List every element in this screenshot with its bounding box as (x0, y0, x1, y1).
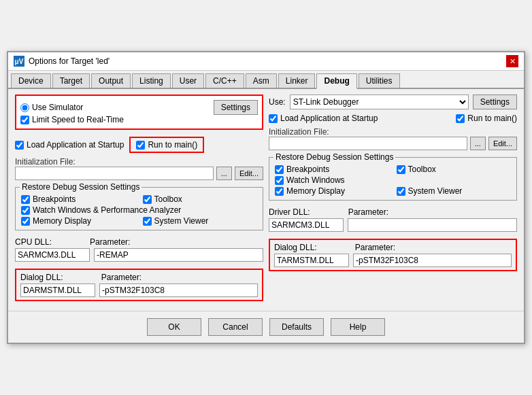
right-init-input[interactable] (269, 137, 467, 150)
left-watch-perf-row[interactable]: Watch Windows & Performance Analyzer (21, 205, 257, 215)
left-memory-label: Memory Display (33, 216, 91, 226)
right-init-section: Initialization File: ... Edit... (269, 127, 517, 150)
left-toolbox-row[interactable]: Toolbox (143, 194, 258, 204)
right-memory-label: Memory Display (286, 186, 345, 196)
left-dialog-param-label: Parameter: (101, 273, 142, 282)
right-restore-group-label: Restore Debug Session Settings (273, 152, 395, 162)
tab-listing[interactable]: Listing (132, 73, 171, 88)
left-init-file-row: ... Edit... (15, 167, 263, 180)
right-toolbox-label: Toolbox (408, 165, 436, 174)
right-driver-dll-label: Driver DLL: (269, 207, 310, 217)
main-content: Use Simulator Settings Limit Speed to Re… (8, 89, 524, 307)
right-load-app-label[interactable]: Load Application at Startup (269, 114, 378, 123)
left-cpu-dll-input[interactable] (15, 248, 90, 262)
left-breakpoints-checkbox[interactable] (21, 195, 30, 204)
right-watch-label: Watch Windows (286, 175, 345, 185)
left-cpu-param-label: Parameter: (90, 237, 130, 247)
close-button[interactable]: ✕ (506, 55, 518, 67)
left-init-section: Initialization File: ... Edit... (15, 157, 263, 180)
right-load-app-text: Load Application at Startup (280, 114, 378, 123)
right-breakpoints-row[interactable]: Breakpoints (275, 165, 390, 174)
right-group-content: Breakpoints Toolbox Watch Windows M (275, 165, 511, 196)
right-dialog-param-input[interactable] (353, 254, 512, 267)
left-load-app-label[interactable]: Load Application at Startup (15, 140, 124, 150)
right-sysviewer-checkbox[interactable] (397, 187, 405, 196)
help-button[interactable]: Help (331, 318, 385, 336)
right-sysviewer-row[interactable]: System Viewer (397, 186, 512, 196)
right-driver-dll-label-row: Driver DLL: Parameter: (269, 207, 517, 217)
right-settings-button[interactable]: Settings (473, 95, 517, 109)
limit-speed-row: Limit Speed to Real-Time (20, 115, 258, 124)
main-window: μV Options for Target 'led' ✕ Device Tar… (7, 51, 525, 344)
tab-utilities[interactable]: Utilities (359, 73, 400, 88)
use-simulator-radio[interactable] (20, 103, 29, 112)
left-dialog-dll-input[interactable] (20, 284, 95, 297)
right-breakpoints-checkbox[interactable] (275, 165, 284, 174)
tab-asm[interactable]: Asm (246, 73, 277, 88)
left-cpu-dll-row (15, 248, 263, 262)
app-icon: μV (14, 56, 24, 67)
right-debugger-select[interactable]: ST-Link Debugger (290, 95, 469, 109)
right-watch-row[interactable]: Watch Windows (275, 175, 511, 185)
left-dialog-dll-label-row: Dialog DLL: Parameter: (20, 273, 258, 282)
left-settings-button[interactable]: Settings (214, 100, 258, 115)
left-restore-group: Restore Debug Session Settings Breakpoin… (15, 187, 263, 230)
right-driver-param-label: Parameter: (348, 207, 388, 217)
right-run-main-checkbox[interactable] (456, 114, 465, 123)
use-simulator-label: Use Simulator (32, 103, 83, 112)
left-sysviewer-row[interactable]: System Viewer (143, 216, 258, 226)
tab-debug[interactable]: Debug (316, 73, 356, 89)
left-browse-button[interactable]: ... (216, 167, 232, 180)
tab-device[interactable]: Device (11, 73, 51, 88)
left-load-app-checkbox[interactable] (15, 141, 24, 150)
right-use-label: Use: (269, 97, 286, 107)
defaults-button[interactable]: Defaults (269, 318, 324, 336)
tab-output[interactable]: Output (91, 73, 131, 88)
right-edit-button[interactable]: Edit... (488, 137, 517, 150)
left-toolbox-checkbox[interactable] (143, 195, 152, 204)
limit-speed-checkbox[interactable] (20, 116, 29, 124)
left-sysviewer-label: System Viewer (154, 216, 209, 226)
left-cpu-dll-section: CPU DLL: Parameter: (15, 237, 263, 262)
right-watch-checkbox[interactable] (275, 176, 284, 185)
right-use-row: Use: ST-Link Debugger Settings (269, 95, 517, 109)
left-dialog-dll-section: Dialog DLL: Parameter: (15, 269, 263, 301)
left-init-input[interactable] (15, 167, 214, 180)
right-load-row: Load Application at Startup Run to main(… (269, 114, 517, 123)
right-init-file-row: ... Edit... (269, 137, 517, 150)
right-memory-checkbox[interactable] (275, 187, 284, 196)
right-driver-dll-input[interactable] (269, 218, 344, 232)
left-breakpoints-row[interactable]: Breakpoints (21, 194, 136, 204)
left-sysviewer-checkbox[interactable] (143, 217, 152, 226)
right-run-main-label[interactable]: Run to main() (456, 114, 517, 123)
right-memory-row[interactable]: Memory Display (275, 186, 390, 196)
tab-bar: Device Target Output Listing User C/C++ … (8, 71, 524, 89)
left-cpu-dll-label-row: CPU DLL: Parameter: (15, 237, 263, 247)
ok-button[interactable]: OK (147, 318, 201, 336)
right-dialog-dll-section: Dialog DLL: Parameter: (269, 239, 517, 271)
right-load-app-checkbox[interactable] (269, 114, 278, 123)
left-breakpoints-label: Breakpoints (33, 194, 76, 204)
left-dialog-param-input[interactable] (99, 284, 258, 297)
right-toolbox-checkbox[interactable] (397, 165, 405, 174)
left-edit-button[interactable]: Edit... (235, 167, 263, 180)
right-run-main-text: Run to main() (467, 114, 517, 123)
left-run-main-checkbox[interactable] (136, 141, 145, 150)
right-toolbox-row[interactable]: Toolbox (397, 165, 512, 174)
right-dialog-param-label: Parameter: (355, 243, 395, 252)
tab-cpp[interactable]: C/C++ (205, 73, 244, 88)
tab-user[interactable]: User (172, 73, 204, 88)
cancel-button[interactable]: Cancel (208, 318, 263, 336)
right-browse-button[interactable]: ... (470, 137, 486, 150)
right-driver-dll-section: Driver DLL: Parameter: (269, 207, 517, 232)
left-memory-checkbox[interactable] (21, 217, 30, 226)
tab-target[interactable]: Target (52, 73, 90, 88)
left-cpu-param-input[interactable] (94, 248, 263, 262)
left-memory-row[interactable]: Memory Display (21, 216, 136, 226)
right-sysviewer-label: System Viewer (408, 186, 463, 196)
left-watch-perf-checkbox[interactable] (21, 206, 30, 215)
tab-linker[interactable]: Linker (278, 73, 316, 88)
right-driver-param-input[interactable] (348, 218, 517, 232)
right-dialog-dll-input[interactable] (274, 254, 349, 267)
use-simulator-radio-label[interactable]: Use Simulator (20, 103, 83, 112)
